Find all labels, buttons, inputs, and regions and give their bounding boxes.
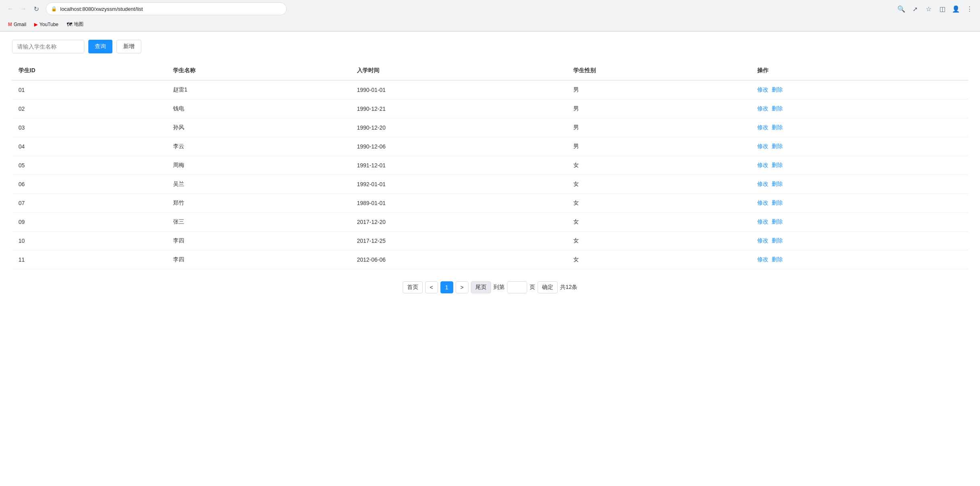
first-page-button[interactable]: 首页 [403, 281, 423, 293]
cell-gender: 女 [567, 250, 751, 269]
table-row: 10李四2017-12-25女修改删除 [12, 232, 968, 250]
delete-link[interactable]: 删除 [772, 237, 783, 244]
profile-button[interactable]: 👤 [950, 3, 962, 14]
student-table: 学生ID 学生名称 入学时间 学生性别 操作 01赵雷11990-01-01男修… [12, 61, 968, 269]
cell-date: 1990-12-20 [350, 118, 567, 137]
edit-link[interactable]: 修改 [757, 256, 768, 262]
cell-name: 吴兰 [167, 175, 350, 194]
goto-confirm-button[interactable]: 确定 [538, 281, 558, 293]
nav-buttons: ← → ↻ [5, 3, 42, 14]
bookmark-map[interactable]: 🗺 地图 [63, 19, 87, 29]
cell-date: 2017-12-25 [350, 232, 567, 250]
cell-date: 1992-01-01 [350, 175, 567, 194]
share-button[interactable]: ➚ [909, 3, 921, 14]
cell-name: 孙风 [167, 118, 350, 137]
edit-link[interactable]: 修改 [757, 199, 768, 206]
edit-link[interactable]: 修改 [757, 86, 768, 93]
cell-action: 修改删除 [751, 175, 968, 194]
cell-name: 郑竹 [167, 194, 350, 213]
edit-link[interactable]: 修改 [757, 143, 768, 149]
edit-link[interactable]: 修改 [757, 124, 768, 130]
cell-action: 修改删除 [751, 232, 968, 250]
cell-name: 钱电 [167, 100, 350, 118]
delete-link[interactable]: 删除 [772, 199, 783, 206]
cell-gender: 女 [567, 213, 751, 232]
map-icon: 🗺 [67, 21, 72, 28]
lock-icon: 🔒 [51, 6, 57, 12]
forward-button[interactable]: → [18, 3, 29, 14]
address-bar[interactable]: 🔒 localhost:8080/xwzyssm/student/list [46, 2, 287, 15]
search-browser-button[interactable]: 🔍 [896, 3, 907, 14]
add-button[interactable]: 新增 [116, 40, 141, 53]
cell-id: 02 [12, 100, 167, 118]
search-input[interactable] [12, 40, 84, 53]
cell-gender: 女 [567, 232, 751, 250]
menu-button[interactable]: ⋮ [964, 3, 975, 14]
edit-link[interactable]: 修改 [757, 237, 768, 244]
edit-link[interactable]: 修改 [757, 218, 768, 225]
delete-link[interactable]: 删除 [772, 124, 783, 130]
cell-name: 李四 [167, 250, 350, 269]
edit-link[interactable]: 修改 [757, 105, 768, 112]
cell-gender: 女 [567, 156, 751, 175]
cell-name: 李四 [167, 232, 350, 250]
delete-link[interactable]: 删除 [772, 143, 783, 149]
cell-action: 修改删除 [751, 137, 968, 156]
reload-button[interactable]: ↻ [31, 3, 42, 14]
cell-gender: 男 [567, 118, 751, 137]
browser-toolbar: ← → ↻ 🔒 localhost:8080/xwzyssm/student/l… [0, 0, 980, 18]
cell-name: 李云 [167, 137, 350, 156]
delete-link[interactable]: 删除 [772, 105, 783, 112]
bookmark-gmail[interactable]: M Gmail [5, 20, 29, 29]
cell-name: 周梅 [167, 156, 350, 175]
cell-date: 2017-12-20 [350, 213, 567, 232]
url-text: localhost:8080/xwzyssm/student/list [60, 6, 143, 12]
cell-date: 1991-12-01 [350, 156, 567, 175]
prev-page-button[interactable]: < [425, 281, 438, 293]
goto-suffix: 页 [530, 284, 535, 291]
bookmark-youtube[interactable]: ▶ YouTube [31, 20, 61, 29]
table-row: 02钱电1990-12-21男修改删除 [12, 100, 968, 118]
cell-id: 07 [12, 194, 167, 213]
cell-date: 1990-12-06 [350, 137, 567, 156]
delete-link[interactable]: 删除 [772, 86, 783, 93]
query-button[interactable]: 查询 [88, 40, 112, 53]
table-row: 11李四2012-06-06女修改删除 [12, 250, 968, 269]
last-page-button[interactable]: 尾页 [471, 281, 491, 293]
cell-gender: 女 [567, 175, 751, 194]
page-1-button[interactable]: 1 [440, 281, 453, 293]
delete-link[interactable]: 删除 [772, 181, 783, 187]
cell-action: 修改删除 [751, 213, 968, 232]
browser-actions: 🔍 ➚ ☆ ◫ 👤 ⋮ [896, 3, 975, 14]
edit-link[interactable]: 修改 [757, 181, 768, 187]
edit-link[interactable]: 修改 [757, 162, 768, 168]
cell-id: 05 [12, 156, 167, 175]
bookmark-youtube-label: YouTube [39, 22, 58, 27]
cell-id: 09 [12, 213, 167, 232]
cell-gender: 男 [567, 100, 751, 118]
table-header-row: 学生ID 学生名称 入学时间 学生性别 操作 [12, 61, 968, 80]
cell-id: 01 [12, 80, 167, 100]
cell-action: 修改删除 [751, 118, 968, 137]
delete-link[interactable]: 删除 [772, 218, 783, 225]
cell-action: 修改删除 [751, 194, 968, 213]
col-header-name: 学生名称 [167, 61, 350, 80]
bookmark-gmail-label: Gmail [14, 22, 26, 27]
goto-prefix: 到第 [493, 284, 505, 291]
back-button[interactable]: ← [5, 3, 16, 14]
delete-link[interactable]: 删除 [772, 256, 783, 262]
cell-action: 修改删除 [751, 250, 968, 269]
bookmark-button[interactable]: ☆ [923, 3, 934, 14]
total-count: 共12条 [560, 284, 578, 291]
cell-id: 11 [12, 250, 167, 269]
col-header-gender: 学生性别 [567, 61, 751, 80]
cell-date: 1990-01-01 [350, 80, 567, 100]
next-page-button[interactable]: > [456, 281, 469, 293]
delete-link[interactable]: 删除 [772, 162, 783, 168]
page-content: 查询 新增 学生ID 学生名称 入学时间 学生性别 操作 01赵雷11990-0… [0, 32, 980, 309]
col-header-action: 操作 [751, 61, 968, 80]
table-row: 05周梅1991-12-01女修改删除 [12, 156, 968, 175]
split-screen-button[interactable]: ◫ [937, 3, 948, 14]
goto-page-input[interactable] [507, 281, 527, 293]
table-row: 01赵雷11990-01-01男修改删除 [12, 80, 968, 100]
